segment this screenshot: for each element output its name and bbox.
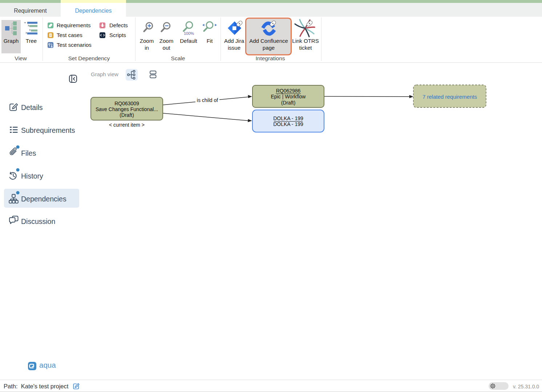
svg-text:Epic | Workflow: Epic | Workflow bbox=[271, 94, 306, 99]
svg-text:100%: 100% bbox=[184, 31, 194, 36]
svg-text:RQ063009: RQ063009 bbox=[114, 101, 139, 106]
svg-text:DOLKA - 199: DOLKA - 199 bbox=[273, 115, 303, 121]
svg-text:Save Changes Functional...: Save Changes Functional... bbox=[96, 106, 158, 112]
svg-text:7 related requirements: 7 related requirements bbox=[422, 94, 477, 100]
svg-text:(Draft): (Draft) bbox=[281, 100, 296, 106]
svg-text:is child of: is child of bbox=[197, 97, 218, 103]
svg-text:< current item >: < current item > bbox=[109, 122, 145, 128]
svg-text:(Draft): (Draft) bbox=[120, 112, 134, 118]
svg-text:RQ062986: RQ062986 bbox=[276, 88, 301, 94]
svg-text:DOLKA - 199: DOLKA - 199 bbox=[273, 121, 303, 127]
